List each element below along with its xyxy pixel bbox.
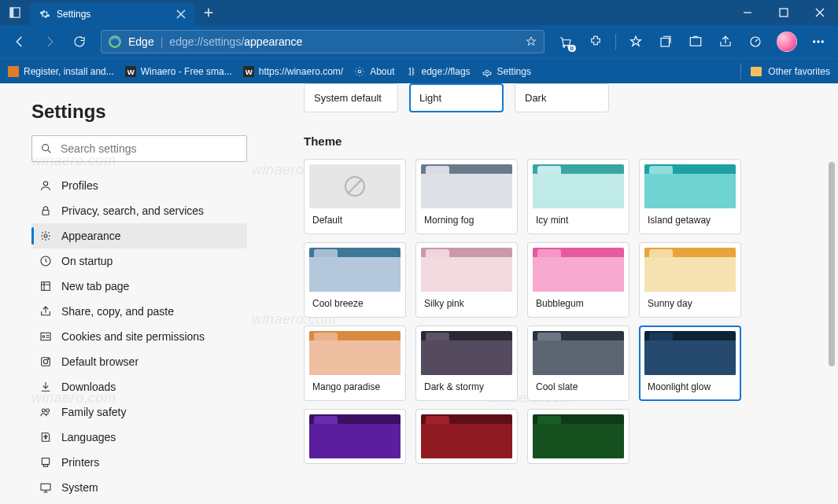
favorites-icon[interactable] [622,28,649,55]
sidebar-item[interactable]: Appearance [31,223,247,248]
svg-point-30 [42,409,45,412]
sidebar-item[interactable]: System [31,475,247,500]
other-favorites[interactable]: Other favorites [737,64,830,79]
maximize-button[interactable] [766,0,802,25]
tab-actions-icon[interactable] [0,7,30,18]
bookmark-item[interactable]: Register, install and... [8,66,114,77]
svg-rect-2 [780,9,788,17]
close-window-button[interactable] [802,0,838,25]
theme-card[interactable] [304,409,406,464]
theme-card[interactable]: Silky pink [415,242,518,318]
svg-rect-24 [42,282,50,291]
theme-card[interactable]: Bubblegum [527,242,629,318]
sidebar-item[interactable]: Printers [31,450,247,475]
title-left: Settings [0,0,222,25]
back-button[interactable] [6,28,33,55]
titlebar: Settings [0,0,838,25]
sidebar-item[interactable]: Languages [31,425,247,450]
share-icon[interactable] [712,28,739,55]
settings-heading: Settings [31,101,247,123]
bookmark-item[interactable]: WWinaero - Free sma... [125,66,232,77]
svg-rect-21 [42,210,49,215]
profile-avatar[interactable] [777,31,797,52]
sidebar-item[interactable]: Downloads [31,374,247,399]
screenshot-icon[interactable] [682,28,709,55]
address-bar[interactable]: Edge | edge://settings/appearance [101,30,545,53]
svg-rect-32 [42,458,49,465]
overall-option[interactable]: Dark [515,83,609,112]
theme-card[interactable]: Cool breeze [304,242,406,318]
svg-point-10 [818,41,819,42]
gear-icon [39,9,50,20]
bookmark-item[interactable]: About [354,66,394,77]
theme-card[interactable]: Cool slate [527,326,629,401]
overall-option[interactable]: Light [409,83,504,112]
sidebar-item[interactable]: Share, copy, and paste [31,299,247,324]
svg-text:W: W [127,67,135,75]
scrollbar-thumb[interactable] [829,162,835,366]
svg-point-18 [485,70,489,73]
edge-icon [108,35,122,49]
sidebar-item[interactable]: New tab page [31,274,247,299]
folder-icon [751,67,762,76]
theme-card[interactable] [527,409,629,464]
overall-appearance-options: System defaultLightDark [304,83,822,112]
sidebar-item[interactable]: Family safety [31,399,247,425]
new-tab-button[interactable] [195,7,222,18]
theme-card[interactable]: Sunny day [639,242,741,318]
performance-icon[interactable] [742,28,769,55]
window-controls [729,0,838,25]
settings-sidebar: Settings Search settings ProfilesPrivacy… [0,83,268,504]
theme-heading: Theme [304,134,822,148]
other-favorites-label: Other favorites [768,66,830,77]
collections-icon[interactable] [652,28,679,55]
favorite-icon[interactable] [525,35,537,48]
theme-card[interactable]: Icy mint [527,159,629,234]
bookmark-item[interactable]: edge://flags [406,66,471,77]
search-icon [40,142,53,155]
menu-button[interactable] [805,28,832,55]
theme-card[interactable]: Morning fog [415,159,518,234]
svg-point-11 [821,41,823,42]
svg-point-19 [42,145,49,151]
sidebar-item[interactable]: Profiles [31,173,247,198]
url-dim: edge://settings/ [169,35,244,48]
theme-card[interactable]: Default [304,159,406,234]
sidebar-item[interactable]: Privacy, search, and services [31,198,247,223]
svg-point-17 [358,70,361,73]
svg-point-9 [814,41,815,42]
extensions-icon[interactable] [582,28,609,55]
svg-rect-6 [661,39,670,47]
sidebar-item[interactable]: On startup [31,248,247,274]
shopping-icon[interactable]: 0 [552,28,579,55]
sidebar-item[interactable]: Cookies and site permissions [31,324,247,349]
theme-card[interactable] [415,409,518,464]
theme-card[interactable]: Island getaway [639,159,741,234]
theme-grid: DefaultMorning fogIcy mintIsland getaway… [304,159,822,464]
search-settings-input[interactable]: Search settings [31,135,247,162]
bookmark-item[interactable]: Settings [482,66,531,77]
sidebar-item[interactable]: Default browser [31,349,247,374]
search-placeholder: Search settings [61,142,137,155]
refresh-button[interactable] [66,28,93,55]
browser-window: Settings Edge | edge://settings/appearan… [0,0,838,504]
bookmark-item[interactable]: Whttps://winaero.com/ [243,66,343,77]
theme-card[interactable]: Mango paradise [304,326,406,401]
overall-option[interactable]: System default [304,83,398,112]
browser-tab[interactable]: Settings [30,3,195,25]
svg-point-22 [44,234,47,237]
close-icon[interactable] [176,9,186,19]
toolbar: Edge | edge://settings/appearance 0 [0,25,838,58]
svg-point-20 [43,182,47,186]
settings-nav: ProfilesPrivacy, search, and servicesApp… [31,173,247,500]
forward-button[interactable] [36,28,63,55]
svg-rect-34 [41,484,50,490]
svg-point-29 [48,359,49,359]
url-bright: appearance [244,35,302,48]
minimize-button[interactable] [729,0,766,25]
svg-rect-1 [10,8,13,17]
theme-card[interactable]: Dark & stormy [415,326,518,401]
svg-point-28 [43,359,47,363]
svg-text:W: W [245,67,253,75]
theme-card[interactable]: Moonlight glow [639,326,741,401]
